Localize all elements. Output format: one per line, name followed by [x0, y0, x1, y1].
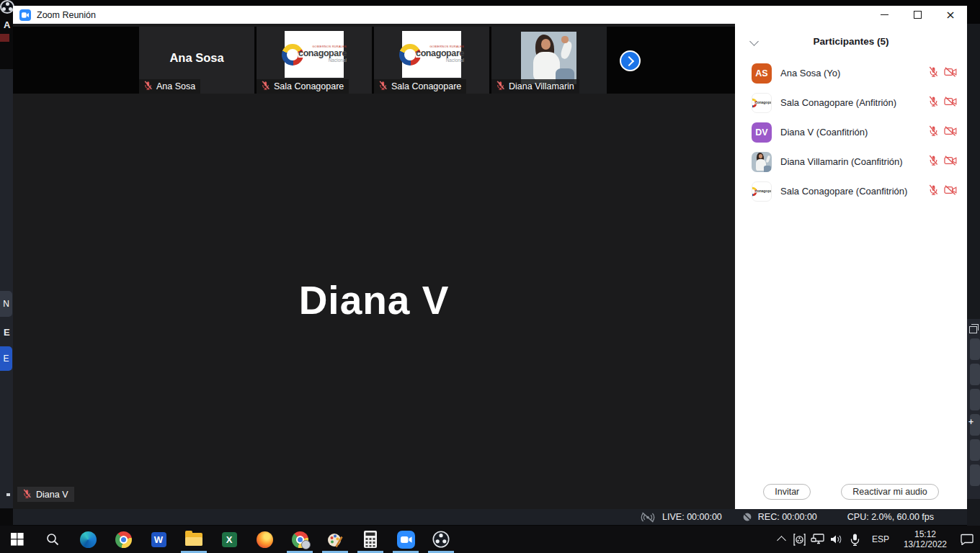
paint-icon: [326, 531, 344, 548]
camera-off-icon: [944, 96, 957, 107]
tile-name-label: Diana Villamarin: [491, 79, 579, 94]
calculator-icon: [363, 531, 378, 548]
unmute-audio-button[interactable]: Reactivar mi audio: [841, 484, 939, 500]
tile-display-name: Ana Sosa: [139, 51, 254, 65]
taskbar-paint[interactable]: [321, 526, 349, 553]
taskbar-chrome[interactable]: [109, 526, 138, 553]
search-icon: [45, 532, 60, 547]
participant-name: Diana Villamarin (Coanfitrión): [780, 156, 928, 167]
word-icon: W: [151, 532, 166, 547]
participants-title: Participantes (5): [735, 36, 967, 47]
participant-name: Sala Conagopare (Coanfitrión): [780, 186, 928, 197]
chevron-right-icon: [624, 55, 634, 66]
tray-expand-button[interactable]: [772, 526, 791, 553]
participant-name: Diana V (Coanfitrión): [780, 127, 928, 138]
live-broadcast-muted-icon: [639, 512, 656, 523]
mic-muted-icon: [22, 489, 32, 498]
obs-tray-icon[interactable]: [791, 526, 808, 553]
clock[interactable]: 15:12 13/12/2022: [896, 526, 954, 553]
windows-taskbar: W X: [0, 526, 980, 553]
background-red-swatch: [0, 34, 9, 42]
background-pill: N: [0, 291, 12, 317]
restore-window-icon: [969, 326, 977, 333]
self-view-label: Diana V: [17, 487, 74, 502]
meeting-status-bar: LIVE: 00:00:00 REC: 00:00:00 CPU: 2.0%, …: [13, 509, 967, 525]
participants-list: AS Ana Sosa (Yo) conagopare Sala Conagop…: [735, 58, 967, 206]
volume-icon[interactable]: [827, 526, 846, 553]
obs-logo-corner-icon: [0, 0, 14, 14]
notification-center-button[interactable]: [954, 526, 980, 553]
mic-muted-icon: [378, 81, 388, 90]
camera-off-icon: [944, 156, 957, 166]
start-button[interactable]: [3, 526, 32, 553]
language-indicator[interactable]: ESP: [865, 526, 896, 553]
avatar-initials: AS: [752, 63, 772, 84]
participants-header: Participantes (5): [735, 34, 967, 51]
tile-name-label: Sala Conagopare: [374, 79, 466, 94]
conagopare-logo: GOBIERNOS RURALES conagopare Nacional: [402, 31, 461, 78]
taskbar-excel[interactable]: X: [215, 526, 244, 553]
participants-panel: Participantes (5) AS Ana Sosa (Yo) conag…: [735, 24, 967, 509]
tile-name-label: Sala Conagopare: [257, 79, 349, 94]
mic-muted-icon: [496, 81, 505, 90]
video-tile-sala-conagopare-2[interactable]: GOBIERNOS RURALES conagopare Nacional Sa…: [374, 27, 489, 94]
mic-muted-icon: [928, 66, 939, 77]
mic-muted-icon: [928, 184, 939, 195]
edge-icon: [80, 531, 97, 548]
windows-logo-icon: [11, 533, 24, 546]
live-timer: LIVE: 00:00:00: [662, 512, 722, 522]
close-button[interactable]: ×: [934, 6, 967, 24]
participant-row[interactable]: Diana Villamarin (Coanfitrión): [735, 147, 967, 176]
participant-name: Sala Conagopare (Anfitrión): [780, 97, 928, 108]
video-tile-sala-conagopare-1[interactable]: GOBIERNOS RURALES conagopare Nacional Sa…: [257, 27, 372, 94]
taskbar-obs[interactable]: [427, 526, 455, 553]
avatar-logo: conagopare: [752, 93, 772, 113]
participant-row[interactable]: conagopare Sala Conagopare (Coanfitrión): [735, 176, 967, 206]
taskbar-calculator[interactable]: [356, 526, 385, 553]
taskbar-word[interactable]: W: [144, 526, 173, 553]
mic-muted-icon: [261, 81, 270, 90]
excel-icon: X: [222, 532, 237, 547]
background-letter: A: [4, 19, 10, 30]
zoom-meeting-window: Zoom Reunión × Ana Sosa Ana Sosa: [13, 6, 967, 525]
system-tray: ESP 15:12 13/12/2022: [772, 526, 980, 553]
search-button[interactable]: [38, 526, 67, 553]
network-icon[interactable]: [808, 526, 827, 553]
chrome-icon: [115, 531, 132, 548]
microphone-tray-icon[interactable]: [846, 526, 865, 553]
next-page-button[interactable]: [620, 50, 641, 71]
titlebar[interactable]: Zoom Reunión ×: [13, 6, 967, 24]
background-pill-blue: E: [0, 346, 12, 371]
chrome-icon: [292, 531, 308, 548]
video-area: Ana Sosa Ana Sosa GOBIERNOS RURALES cona: [13, 24, 735, 509]
active-speaker-name: Diana V: [13, 277, 735, 323]
rec-timer: REC: 00:00:00: [758, 512, 817, 522]
background-letter: E: [4, 327, 10, 338]
participant-row[interactable]: AS Ana Sosa (Yo): [735, 58, 967, 88]
video-tile-ana-sosa[interactable]: Ana Sosa Ana Sosa: [139, 27, 254, 94]
firefox-icon: [257, 531, 273, 548]
participant-name: Ana Sosa (Yo): [780, 68, 928, 78]
camera-off-icon: [944, 126, 957, 136]
avatar-logo: conagopare: [752, 181, 772, 202]
conagopare-logo: GOBIERNOS RURALES conagopare Nacional: [285, 31, 344, 78]
camera-off-icon: [944, 67, 957, 77]
minimize-button[interactable]: [868, 6, 901, 24]
participant-row[interactable]: conagopare Sala Conagopare (Anfitrión): [735, 88, 967, 117]
profile-badge-icon: [301, 540, 311, 549]
taskbar-chrome-profile[interactable]: [285, 526, 314, 553]
taskbar-firefox[interactable]: [250, 526, 279, 553]
invite-button[interactable]: Invitar: [763, 484, 811, 500]
tile-name-label: Ana Sosa: [139, 79, 200, 94]
avatar-photo: [752, 152, 772, 172]
background-window-right: +: [967, 24, 980, 526]
maximize-button[interactable]: [901, 6, 934, 24]
taskbar-edge[interactable]: [74, 526, 102, 553]
video-tile-diana-villamarin[interactable]: Diana Villamarin: [491, 27, 607, 94]
avatar-initials: DV: [752, 122, 772, 143]
participant-row[interactable]: DV Diana V (Coanfitrión): [735, 117, 967, 147]
taskbar-file-explorer[interactable]: [179, 526, 208, 553]
background-window-left-body: [0, 69, 13, 508]
participant-photo: [521, 32, 576, 84]
taskbar-zoom[interactable]: [391, 526, 420, 553]
